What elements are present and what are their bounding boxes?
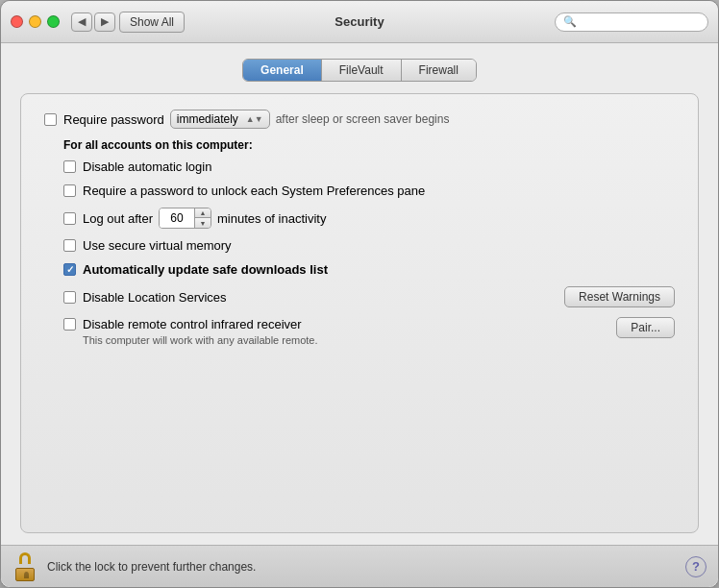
traffic-lights [11, 15, 60, 28]
content: General FileVault Firewall Require passw… [1, 43, 718, 545]
tabs: General FileVault Firewall [20, 59, 699, 82]
require-password-label: Require password [63, 112, 164, 127]
secure-vm-checkbox[interactable] [63, 239, 76, 252]
secure-vm-label: Use secure virtual memory [83, 238, 232, 253]
require-unlock-row: Require a password to unlock each System… [63, 184, 675, 198]
search-icon: 🔍 [563, 15, 577, 28]
tab-group: General FileVault Firewall [242, 59, 477, 82]
lock-shackle [19, 552, 31, 564]
nav-buttons: ◀ ▶ [71, 12, 115, 32]
reset-warnings-button[interactable]: Reset Warnings [564, 286, 675, 307]
number-steppers: ▲ ▼ [194, 208, 211, 229]
step-up-button[interactable]: ▲ [195, 208, 211, 218]
footer-lock-text: Click the lock to prevent further change… [47, 560, 685, 574]
tab-general[interactable]: General [243, 60, 322, 81]
tab-firewall[interactable]: Firewall [402, 60, 476, 81]
logout-minutes-field[interactable]: ▲ ▼ [159, 208, 211, 229]
panel: Require password immediately ▲▼ after sl… [20, 93, 699, 533]
search-box[interactable]: 🔍 [555, 12, 708, 32]
window-title: Security [335, 14, 384, 29]
lock-keyhole [24, 572, 29, 578]
lock-body [15, 568, 35, 581]
logout-minutes-input[interactable] [160, 208, 194, 228]
lock-icon[interactable] [12, 552, 37, 581]
logout-suffix-label: minutes of inactivity [217, 211, 326, 226]
require-password-checkbox[interactable] [44, 113, 57, 126]
auto-update-row: Automatically update safe downloads list [63, 262, 675, 277]
maximize-button[interactable] [47, 15, 60, 28]
minimize-button[interactable] [29, 15, 41, 28]
infrared-row: Disable remote control infrared receiver… [63, 317, 675, 347]
close-button[interactable] [11, 15, 23, 28]
disable-login-row: Disable automatic login [63, 159, 675, 174]
auto-update-checkbox[interactable] [63, 263, 76, 276]
dropdown-arrow-icon: ▲▼ [246, 114, 263, 124]
infrared-sub-text: This computer will work with any availab… [83, 333, 333, 347]
disable-login-checkbox[interactable] [63, 160, 76, 173]
infrared-section: Disable remote control infrared receiver… [63, 317, 675, 347]
titlebar: ◀ ▶ Show All Security 🔍 [1, 1, 718, 43]
step-down-button[interactable]: ▼ [195, 218, 211, 229]
dropdown-suffix-label: after sleep or screen saver begins [276, 112, 450, 126]
search-input[interactable] [581, 15, 700, 29]
tab-filevault[interactable]: FileVault [322, 60, 402, 81]
require-unlock-checkbox[interactable] [63, 184, 76, 197]
infrared-checkbox[interactable] [63, 318, 76, 331]
location-services-row: Disable Location Services Reset Warnings [63, 286, 675, 307]
show-all-button[interactable]: Show All [119, 12, 185, 33]
section-label: For all accounts on this computer: [63, 138, 675, 152]
secure-vm-row: Use secure virtual memory [63, 238, 675, 253]
require-password-row: Require password immediately ▲▼ after sl… [44, 110, 675, 129]
disable-login-label: Disable automatic login [83, 159, 211, 174]
location-services-checkbox[interactable] [63, 291, 76, 304]
forward-button[interactable]: ▶ [94, 12, 115, 32]
help-button[interactable]: ? [685, 556, 707, 577]
back-button[interactable]: ◀ [71, 12, 92, 32]
logout-after-row: Log out after ▲ ▼ minutes of inactivity [63, 208, 675, 229]
immediately-dropdown[interactable]: immediately ▲▼ [170, 110, 270, 129]
window: ◀ ▶ Show All Security 🔍 General FileVaul… [0, 0, 719, 588]
location-services-label: Disable Location Services [83, 290, 227, 305]
logout-after-label: Log out after [83, 211, 153, 226]
auto-update-label: Automatically update safe downloads list [83, 262, 328, 277]
infrared-label: Disable remote control infrared receiver [83, 317, 302, 331]
dropdown-value: immediately [177, 112, 238, 126]
require-unlock-label: Require a password to unlock each System… [83, 184, 425, 198]
footer: Click the lock to prevent further change… [1, 545, 718, 587]
pair-button[interactable]: Pair... [616, 317, 675, 338]
logout-after-checkbox[interactable] [63, 212, 76, 225]
